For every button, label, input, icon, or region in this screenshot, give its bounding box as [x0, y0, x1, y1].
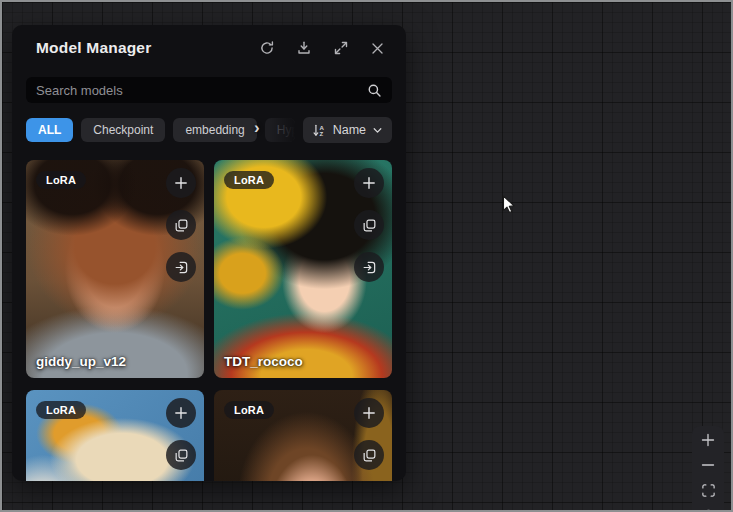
copy-button[interactable]: [354, 210, 384, 240]
copy-icon: [174, 218, 189, 233]
add-to-workflow-button[interactable]: [354, 168, 384, 198]
plus-icon: [173, 405, 189, 421]
model-name: TDT_rococo: [224, 354, 303, 369]
search-bar: [26, 77, 392, 103]
clipped-tool-button[interactable]: [692, 505, 724, 512]
search-input[interactable]: [36, 83, 367, 98]
card-actions: [354, 398, 384, 481]
load-button[interactable]: [354, 252, 384, 282]
model-manager-panel: Model Manager: [12, 25, 406, 481]
add-to-workflow-button[interactable]: [354, 398, 384, 428]
card-actions: [166, 398, 196, 481]
fit-view-icon: [701, 483, 716, 501]
expand-button[interactable]: [332, 40, 349, 57]
copy-button[interactable]: [166, 440, 196, 470]
model-type-badge: LoRA: [224, 401, 274, 419]
model-type-badge: LoRA: [224, 171, 274, 189]
zoom-in-button[interactable]: [692, 429, 724, 454]
card-actions: [354, 168, 384, 282]
canvas-toolbar: [692, 426, 724, 512]
plus-icon: [173, 175, 189, 191]
sort-button[interactable]: AZ Name: [303, 117, 392, 143]
filter-chip-embedding[interactable]: embedding: [173, 118, 256, 142]
model-grid: LoRA giddy_up_v12 LoRA TDT_rococo LoRA: [26, 160, 392, 481]
minus-icon: [700, 457, 716, 476]
page-title: Model Manager: [36, 39, 151, 57]
refresh-button[interactable]: [258, 40, 275, 57]
close-icon: [370, 41, 385, 56]
card-actions: [166, 168, 196, 282]
search-icon[interactable]: [367, 83, 382, 98]
model-type-badge: LoRA: [36, 401, 86, 419]
import-icon: [174, 260, 189, 275]
close-button[interactable]: [369, 40, 386, 57]
load-button[interactable]: [166, 252, 196, 282]
model-card[interactable]: LoRA: [214, 390, 392, 481]
copy-icon: [362, 448, 377, 463]
refresh-icon: [259, 40, 275, 56]
copy-icon: [362, 218, 377, 233]
chevron-right-icon[interactable]: ›: [254, 118, 260, 138]
copy-button[interactable]: [354, 440, 384, 470]
header-actions: [258, 40, 386, 57]
copy-button[interactable]: [166, 210, 196, 240]
panel-header: Model Manager: [12, 25, 406, 58]
import-icon: [362, 260, 377, 275]
model-card[interactable]: LoRA TDT_rococo: [214, 160, 392, 378]
svg-text:Z: Z: [319, 130, 323, 137]
sort-alpha-icon: AZ: [312, 123, 327, 138]
plus-icon: [700, 432, 716, 451]
zoom-out-button[interactable]: [692, 454, 724, 479]
model-name: giddy_up_v12: [36, 354, 126, 369]
add-to-workflow-button[interactable]: [166, 398, 196, 428]
model-type-badge: LoRA: [36, 171, 86, 189]
fit-view-button[interactable]: [692, 480, 724, 505]
model-card[interactable]: LoRA giddy_up_v12: [26, 160, 204, 378]
filter-bar: ALL Checkpoint embedding Hype › AZ Name: [26, 117, 392, 143]
expand-icon: [333, 40, 349, 56]
model-card[interactable]: LoRA: [26, 390, 204, 481]
clipped-tool-icon: [701, 508, 716, 512]
plus-icon: [361, 405, 377, 421]
sort-label: Name: [333, 123, 366, 137]
download-button[interactable]: [295, 40, 312, 57]
plus-icon: [361, 175, 377, 191]
add-to-workflow-button[interactable]: [166, 168, 196, 198]
filter-chip-hypernetwork[interactable]: Hype: [265, 118, 295, 142]
chevron-down-icon: [372, 125, 383, 136]
download-icon: [296, 40, 312, 56]
copy-icon: [174, 448, 189, 463]
filter-chip-checkpoint[interactable]: Checkpoint: [81, 118, 165, 142]
filter-chip-all[interactable]: ALL: [26, 118, 73, 142]
